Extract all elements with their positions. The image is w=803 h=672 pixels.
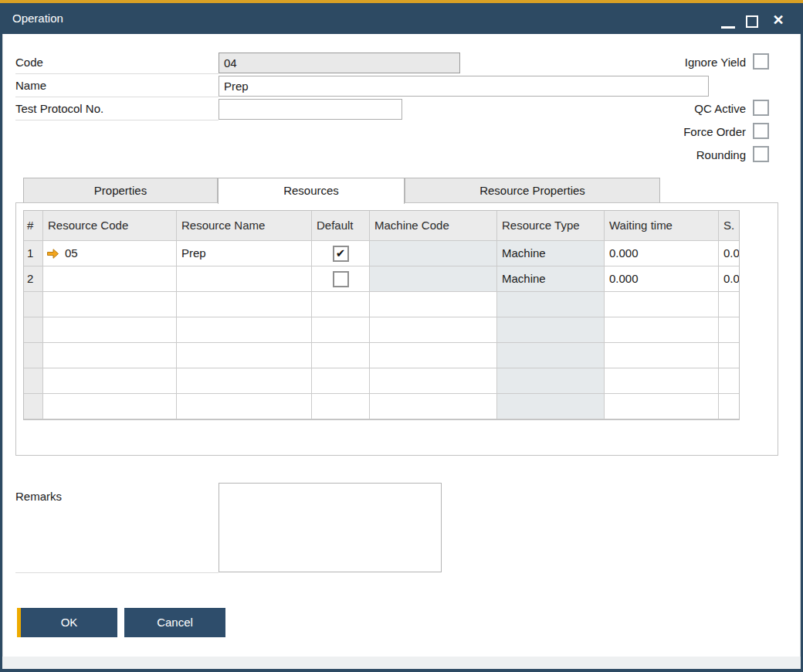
table-row-empty bbox=[24, 394, 740, 419]
waiting-time-cell[interactable]: 0.000 bbox=[605, 241, 719, 266]
waiting-time-cell[interactable] bbox=[605, 292, 719, 317]
row-number[interactable] bbox=[24, 292, 43, 317]
s-cell[interactable] bbox=[719, 368, 740, 394]
resource-name-cell[interactable] bbox=[177, 317, 312, 343]
col-header-s[interactable]: S. bbox=[719, 211, 740, 241]
col-header-resource-name[interactable]: Resource Name bbox=[177, 211, 312, 241]
s-cell[interactable] bbox=[719, 292, 740, 317]
machine-code-cell[interactable] bbox=[370, 343, 497, 368]
test-protocol-label: Test Protocol No. bbox=[15, 97, 219, 120]
ok-button[interactable]: OK bbox=[17, 608, 117, 637]
waiting-time-cell[interactable]: 0.000 bbox=[605, 266, 719, 292]
ignore-yield-checkbox[interactable] bbox=[753, 53, 769, 70]
remarks-textarea[interactable] bbox=[219, 483, 442, 572]
titlebar[interactable]: Operation ✕ bbox=[0, 3, 803, 34]
table-row: 1 05 Prep ✔ Machine 0.000 0.000 bbox=[24, 241, 740, 266]
resource-type-cell[interactable] bbox=[497, 292, 605, 317]
row-number[interactable]: 2 bbox=[24, 266, 43, 292]
resource-type-cell[interactable] bbox=[497, 368, 605, 394]
machine-code-cell[interactable] bbox=[370, 394, 497, 419]
qc-active-checkbox[interactable] bbox=[753, 100, 769, 116]
row-number[interactable] bbox=[24, 394, 43, 419]
resource-type-cell[interactable]: Machine bbox=[497, 241, 605, 266]
machine-code-cell[interactable] bbox=[370, 266, 497, 292]
statusbar bbox=[2, 657, 801, 669]
default-cell[interactable] bbox=[312, 266, 370, 292]
col-header-machine-code[interactable]: Machine Code bbox=[370, 211, 497, 241]
resource-name-cell[interactable] bbox=[177, 292, 312, 317]
cancel-button[interactable]: Cancel bbox=[124, 608, 225, 637]
tab-resources[interactable]: Resources bbox=[218, 178, 405, 204]
resource-name-cell[interactable] bbox=[177, 343, 312, 368]
col-header-resource-type[interactable]: Resource Type bbox=[497, 211, 605, 241]
code-input[interactable] bbox=[219, 53, 460, 73]
resource-code-cell[interactable] bbox=[43, 317, 177, 343]
default-checkbox-unchecked[interactable] bbox=[333, 271, 349, 287]
machine-code-cell[interactable] bbox=[370, 368, 497, 394]
s-cell[interactable] bbox=[719, 394, 740, 419]
resource-name-cell[interactable] bbox=[177, 266, 312, 292]
resource-code-cell[interactable] bbox=[43, 343, 177, 368]
s-cell[interactable] bbox=[719, 343, 740, 368]
row-number[interactable] bbox=[24, 317, 43, 343]
resource-type-cell[interactable] bbox=[497, 394, 605, 419]
qc-active-label: QC Active bbox=[564, 97, 746, 120]
table-row: 2 Machine 0.000 0.000 bbox=[24, 266, 740, 292]
col-header-resource-code[interactable]: Resource Code bbox=[43, 211, 177, 241]
resource-type-cell[interactable] bbox=[497, 317, 605, 343]
resource-type-cell[interactable] bbox=[497, 343, 605, 368]
force-order-label: Force Order bbox=[564, 120, 746, 144]
default-cell[interactable] bbox=[312, 317, 370, 343]
waiting-time-cell[interactable] bbox=[605, 343, 719, 368]
tab-properties[interactable]: Properties bbox=[23, 178, 218, 203]
rounding-label: Rounding bbox=[564, 144, 746, 167]
resource-code-cell[interactable] bbox=[43, 394, 177, 419]
resource-code-cell[interactable] bbox=[43, 368, 177, 394]
resource-name-cell[interactable] bbox=[177, 394, 312, 419]
table-row-empty bbox=[24, 292, 740, 317]
table-row-empty bbox=[24, 317, 740, 343]
resources-table: # Resource Code Resource Name Default Ma… bbox=[23, 210, 740, 420]
resource-name-cell[interactable]: Prep bbox=[177, 241, 312, 266]
waiting-time-cell[interactable] bbox=[605, 317, 719, 343]
default-cell[interactable] bbox=[312, 368, 370, 394]
test-protocol-input[interactable] bbox=[219, 99, 402, 120]
waiting-time-cell[interactable] bbox=[605, 368, 719, 394]
code-label: Code bbox=[15, 51, 219, 74]
resource-name-cell[interactable] bbox=[177, 368, 312, 394]
tab-resource-properties[interactable]: Resource Properties bbox=[405, 178, 660, 203]
waiting-time-cell[interactable] bbox=[605, 394, 719, 419]
row-number[interactable]: 1 bbox=[24, 241, 43, 266]
default-cell[interactable]: ✔ bbox=[312, 241, 370, 266]
s-cell[interactable] bbox=[719, 317, 740, 343]
resource-code-cell[interactable] bbox=[43, 292, 177, 317]
table-header-row: # Resource Code Resource Name Default Ma… bbox=[24, 211, 740, 241]
s-cell[interactable]: 0.000 bbox=[719, 241, 740, 266]
default-cell[interactable] bbox=[312, 292, 370, 317]
rounding-checkbox[interactable] bbox=[753, 146, 769, 162]
operation-dialog: Operation ✕ Code Ignore Yield Name Test … bbox=[0, 0, 803, 672]
window-title: Operation bbox=[12, 3, 63, 34]
default-cell[interactable] bbox=[312, 343, 370, 368]
name-input[interactable] bbox=[219, 76, 709, 97]
force-order-checkbox[interactable] bbox=[753, 123, 769, 139]
col-header-waiting-time[interactable]: Waiting time bbox=[605, 211, 719, 241]
col-header-num[interactable]: # bbox=[24, 211, 43, 241]
resource-code-cell[interactable]: 05 bbox=[43, 241, 177, 266]
default-checkbox-checked[interactable]: ✔ bbox=[333, 246, 349, 262]
minimize-icon[interactable] bbox=[721, 26, 735, 29]
row-number[interactable] bbox=[24, 368, 43, 394]
link-arrow-icon[interactable] bbox=[46, 248, 59, 260]
close-icon[interactable]: ✕ bbox=[769, 10, 788, 30]
resource-type-cell[interactable]: Machine bbox=[497, 266, 605, 292]
row-number[interactable] bbox=[24, 343, 43, 368]
s-cell[interactable]: 0.000 bbox=[719, 266, 740, 292]
default-cell[interactable] bbox=[312, 394, 370, 419]
resource-code-cell[interactable] bbox=[43, 266, 177, 292]
machine-code-cell[interactable] bbox=[370, 292, 497, 317]
table-row-empty bbox=[24, 343, 740, 368]
machine-code-cell[interactable] bbox=[370, 241, 497, 266]
maximize-icon[interactable] bbox=[746, 15, 758, 28]
col-header-default[interactable]: Default bbox=[312, 211, 370, 241]
machine-code-cell[interactable] bbox=[370, 317, 497, 343]
